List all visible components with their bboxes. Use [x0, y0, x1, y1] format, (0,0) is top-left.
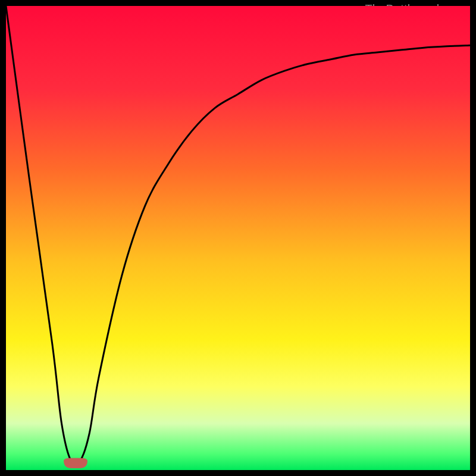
- bottleneck-chart: [6, 6, 470, 470]
- chart-frame: TheBottleneck.com: [6, 6, 470, 470]
- minimum-marker: [64, 458, 87, 468]
- gradient-background: [6, 6, 470, 470]
